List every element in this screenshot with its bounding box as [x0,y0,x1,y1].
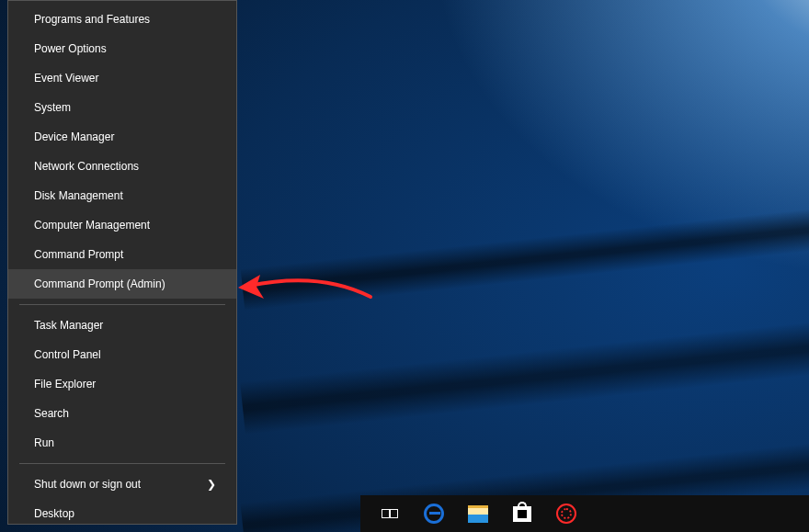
menu-item-command-prompt[interactable]: Command Prompt [8,240,236,269]
menu-item-programs-and-features[interactable]: Programs and Features [8,5,236,34]
menu-item-network-connections[interactable]: Network Connections [8,152,236,181]
menu-item-desktop[interactable]: Desktop [8,499,236,528]
store-icon [513,506,531,522]
menu-separator [19,463,225,464]
edge-icon [424,504,444,524]
menu-item-label: Command Prompt (Admin) [34,277,165,290]
menu-item-label: File Explorer [34,378,96,391]
menu-item-task-manager[interactable]: Task Manager [8,311,236,340]
menu-item-run[interactable]: Run [8,428,236,458]
chevron-right-icon: ❯ [207,478,216,491]
winx-context-menu[interactable]: Programs and Features Power Options Even… [7,0,237,525]
menu-item-label: Search [34,407,69,420]
menu-item-label: Disk Management [34,189,123,202]
menu-item-file-explorer[interactable]: File Explorer [8,369,236,399]
taskbar-red-launcher-button[interactable] [544,495,588,532]
taskbar [360,495,809,532]
menu-item-label: Network Connections [34,160,139,173]
menu-item-label: Event Viewer [34,72,98,85]
taskbar-file-explorer-button[interactable] [456,495,500,532]
menu-item-label: Programs and Features [34,13,150,26]
menu-item-label: Command Prompt [34,248,123,261]
menu-separator [19,304,225,305]
menu-item-label: Computer Management [34,219,150,232]
menu-item-disk-management[interactable]: Disk Management [8,181,236,210]
menu-item-label: Desktop [34,507,74,520]
taskbar-task-view-button[interactable] [368,495,412,532]
menu-item-shut-down-or-sign-out[interactable]: Shut down or sign out ❯ [8,470,236,499]
menu-item-system[interactable]: System [8,93,236,122]
wallpaper-streak [240,311,809,435]
menu-item-power-options[interactable]: Power Options [8,34,236,63]
gear-red-icon [556,504,576,524]
menu-item-event-viewer[interactable]: Event Viewer [8,63,236,93]
menu-item-label: System [34,101,71,114]
menu-item-label: Shut down or sign out [34,478,141,491]
wallpaper-streak [241,198,809,311]
menu-item-control-panel[interactable]: Control Panel [8,340,236,369]
menu-item-command-prompt-admin[interactable]: Command Prompt (Admin) [8,269,236,299]
taskview-icon [382,507,398,520]
menu-item-label: Control Panel [34,348,101,361]
menu-item-label: Run [34,436,54,449]
menu-item-label: Device Manager [34,130,114,143]
menu-item-label: Power Options [34,42,107,55]
file-explorer-icon [468,505,488,523]
taskbar-store-button[interactable] [500,495,544,532]
menu-item-computer-management[interactable]: Computer Management [8,210,236,240]
taskbar-edge-button[interactable] [412,495,456,532]
menu-item-label: Task Manager [34,319,103,332]
menu-item-search[interactable]: Search [8,399,236,428]
menu-item-device-manager[interactable]: Device Manager [8,122,236,152]
